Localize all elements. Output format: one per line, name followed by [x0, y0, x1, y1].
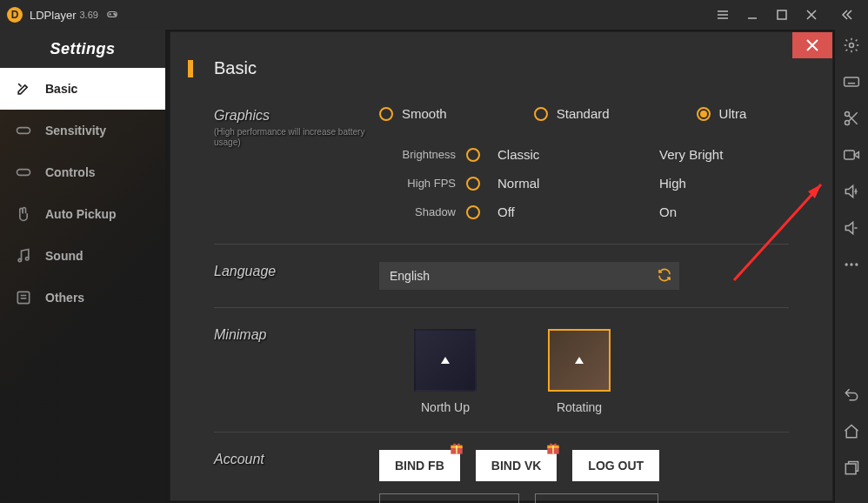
sidebar-item-sensitivity[interactable]: Sensitivity — [0, 110, 165, 151]
language-select[interactable]: English — [379, 262, 679, 290]
sidebar-item-basic[interactable]: Basic — [0, 68, 165, 110]
sidebar-item-label: Basic — [45, 82, 77, 96]
sidebar-item-label: Sensitivity — [45, 124, 106, 137]
panel-title-row: Basic — [170, 32, 832, 91]
minimap-rotating-option[interactable]: Rotating — [548, 329, 611, 414]
shadow-off-radio[interactable] — [466, 205, 480, 219]
divider — [214, 307, 789, 308]
graphics-ultra-radio[interactable]: Ultra — [697, 106, 747, 121]
svg-rect-6 — [778, 10, 786, 19]
panel-title: Basic — [214, 58, 257, 78]
bind-fb-button[interactable]: BIND FB — [379, 450, 460, 481]
svg-point-24 — [855, 263, 858, 265]
gamepad-icon — [14, 121, 33, 140]
svg-point-15 — [845, 121, 850, 125]
menu-button[interactable] — [708, 0, 738, 30]
gamepad-icon — [103, 9, 121, 21]
svg-rect-38 — [553, 446, 555, 454]
settings-sidebar: Settings Basic Sensitivity Controls Auto… — [0, 30, 165, 503]
svg-point-4 — [115, 14, 116, 15]
divider — [214, 432, 789, 433]
hand-icon — [14, 205, 33, 224]
minimap-preview — [414, 329, 477, 392]
tools-icon — [14, 79, 33, 98]
app-version: 3.69 — [79, 10, 97, 20]
bind-vk-button[interactable]: BIND VK — [476, 450, 558, 481]
language-value: English — [390, 269, 430, 283]
svg-rect-18 — [845, 151, 855, 159]
brightness-classic-radio[interactable] — [466, 148, 480, 162]
graphics-standard-radio[interactable]: Standard — [534, 106, 610, 121]
language-label: Language — [214, 262, 379, 279]
sidebar-item-others[interactable]: Others — [0, 277, 165, 319]
settings-title: Settings — [0, 30, 165, 68]
fps-normal-radio[interactable] — [466, 177, 480, 191]
graphics-label: Graphics (High performance will increase… — [214, 106, 379, 148]
logout-button[interactable]: LOG OUT — [572, 450, 659, 481]
sidebar-item-sound[interactable]: Sound — [0, 235, 165, 277]
minimap-northup-option[interactable]: North Up — [414, 329, 477, 414]
minimap-preview — [548, 329, 611, 392]
brightness-label: Brightness — [379, 148, 466, 161]
account-label: Account — [214, 450, 379, 467]
close-panel-button[interactable] — [792, 32, 832, 58]
svg-point-14 — [845, 112, 850, 117]
svg-point-28 — [18, 258, 21, 261]
svg-rect-26 — [17, 128, 30, 134]
more-icon[interactable] — [841, 254, 862, 275]
maximize-button[interactable] — [767, 0, 797, 30]
refresh-icon — [657, 267, 672, 285]
app-logo: D — [7, 7, 23, 23]
app-name: LDPlayer — [30, 9, 76, 22]
minimize-button[interactable] — [738, 0, 767, 30]
divider — [214, 244, 789, 245]
record-icon[interactable] — [841, 144, 862, 165]
privacy-button[interactable]: Privacy Policy — [535, 493, 658, 503]
graphics-smooth-radio[interactable]: Smooth — [379, 106, 447, 121]
back-icon[interactable] — [841, 385, 862, 406]
volume-down-icon[interactable] — [841, 218, 862, 238]
close-window-button[interactable] — [797, 0, 826, 30]
svg-point-23 — [850, 263, 852, 265]
minimap-label: Minimap — [214, 325, 379, 343]
sidebar-item-label: Auto Pickup — [45, 207, 117, 221]
scissors-icon[interactable] — [841, 108, 862, 129]
titlebar: D LDPlayer 3.69 — [0, 0, 868, 30]
fps-label: High FPS — [379, 177, 466, 190]
svg-rect-8 — [845, 77, 859, 86]
svg-rect-35 — [456, 446, 457, 454]
radio-icon — [534, 107, 548, 121]
sidebar-item-label: Controls — [45, 165, 96, 179]
svg-point-7 — [850, 44, 854, 48]
svg-point-29 — [26, 258, 29, 260]
sidebar-item-controls[interactable]: Controls — [0, 151, 165, 193]
svg-point-22 — [845, 263, 848, 265]
radio-icon — [379, 107, 393, 121]
sidebar-item-label: Sound — [45, 249, 83, 263]
right-toolbar — [835, 30, 868, 503]
svg-rect-27 — [17, 170, 30, 176]
volume-up-icon[interactable] — [841, 181, 862, 202]
keyboard-icon[interactable] — [841, 71, 862, 92]
shadow-label: Shadow — [379, 205, 466, 218]
settings-gear-icon[interactable] — [841, 35, 862, 56]
sidebar-item-autopickup[interactable]: Auto Pickup — [0, 193, 165, 235]
sidebar-item-label: Others — [45, 291, 84, 305]
radio-icon — [697, 107, 711, 121]
svg-rect-25 — [845, 464, 856, 474]
recents-icon[interactable] — [841, 458, 862, 479]
settings-panel: Basic Graphics (High performance will in… — [170, 31, 833, 501]
accent-bar — [188, 60, 193, 77]
gift-icon — [544, 439, 562, 457]
home-icon[interactable] — [841, 421, 862, 442]
tos-button[interactable]: Terms of Service — [379, 493, 519, 503]
graphics-hint: (High performance will increase battery … — [214, 127, 379, 148]
music-icon — [14, 246, 33, 265]
gift-icon — [448, 439, 465, 457]
gamepad-icon — [14, 163, 33, 182]
list-icon — [14, 288, 33, 307]
collapse-rail-button[interactable] — [831, 0, 861, 30]
